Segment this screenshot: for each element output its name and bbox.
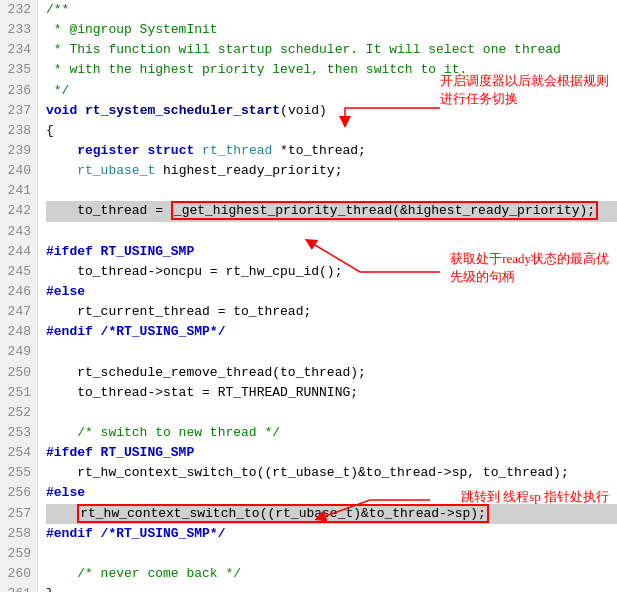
line-number: 252: [6, 403, 31, 423]
line-number: 245: [6, 262, 31, 282]
code-line: #ifdef RT_USING_SMP: [46, 443, 617, 463]
line-number: 240: [6, 161, 31, 181]
code-line: #endif /*RT_USING_SMP*/: [46, 322, 617, 342]
line-number: 237: [6, 101, 31, 121]
line-number: 258: [6, 524, 31, 544]
line-number: 241: [6, 181, 31, 201]
line-number: 248: [6, 322, 31, 342]
line-number: 235: [6, 60, 31, 80]
code-line: [46, 222, 617, 242]
line-number: 232: [6, 0, 31, 20]
code-line: * This function will startup scheduler. …: [46, 40, 617, 60]
code-line: {: [46, 121, 617, 141]
line-number: 249: [6, 342, 31, 362]
code-line: rt_schedule_remove_thread(to_thread);: [46, 363, 617, 383]
code-line: /**: [46, 0, 617, 20]
code-line: /* never come back */: [46, 564, 617, 584]
line-number: 246: [6, 282, 31, 302]
line-number: 242: [6, 201, 31, 221]
code-line: #else: [46, 483, 617, 503]
code-line: [46, 544, 617, 564]
code-line: }: [46, 584, 617, 592]
code-line: rt_hw_context_switch_to((rt_ubase_t)&to_…: [46, 463, 617, 483]
code-line: [46, 342, 617, 362]
line-number: 255: [6, 463, 31, 483]
line-number: 247: [6, 302, 31, 322]
code-line: rt_current_thread = to_thread;: [46, 302, 617, 322]
line-number: 239: [6, 141, 31, 161]
code-line: void rt_system_scheduler_start(void): [46, 101, 617, 121]
code-area: /** * @ingroup SystemInit * This functio…: [38, 0, 617, 592]
code-line: register struct rt_thread *to_thread;: [46, 141, 617, 161]
code-line: to_thread->oncpu = rt_hw_cpu_id();: [46, 262, 617, 282]
line-number: 243: [6, 222, 31, 242]
line-number: 261: [6, 584, 31, 592]
line-number: 234: [6, 40, 31, 60]
line-number: 256: [6, 483, 31, 503]
code-line: * @ingroup SystemInit: [46, 20, 617, 40]
code-line: #ifdef RT_USING_SMP: [46, 242, 617, 262]
line-number: 259: [6, 544, 31, 564]
line-number: 260: [6, 564, 31, 584]
line-numbers: 2322332342352362372382392402412422432442…: [0, 0, 38, 592]
line-number: 250: [6, 363, 31, 383]
code-line: #endif /*RT_USING_SMP*/: [46, 524, 617, 544]
code-line: rt_ubase_t highest_ready_priority;: [46, 161, 617, 181]
line-number: 254: [6, 443, 31, 463]
line-number: 251: [6, 383, 31, 403]
line-number: 236: [6, 81, 31, 101]
code-line: [46, 181, 617, 201]
line-number: 257: [6, 504, 31, 524]
code-line: rt_hw_context_switch_to((rt_ubase_t)&to_…: [46, 504, 617, 524]
code-line: */: [46, 81, 617, 101]
code-line: #else: [46, 282, 617, 302]
line-number: 238: [6, 121, 31, 141]
code-line: [46, 403, 617, 423]
code-line: /* switch to new thread */: [46, 423, 617, 443]
code-line: * with the highest priority level, then …: [46, 60, 617, 80]
code-container: 2322332342352362372382392402412422432442…: [0, 0, 617, 592]
line-number: 233: [6, 20, 31, 40]
line-number: 253: [6, 423, 31, 443]
line-number: 244: [6, 242, 31, 262]
code-line: to_thread->stat = RT_THREAD_RUNNING;: [46, 383, 617, 403]
code-line: to_thread = _get_highest_priority_thread…: [46, 201, 617, 221]
